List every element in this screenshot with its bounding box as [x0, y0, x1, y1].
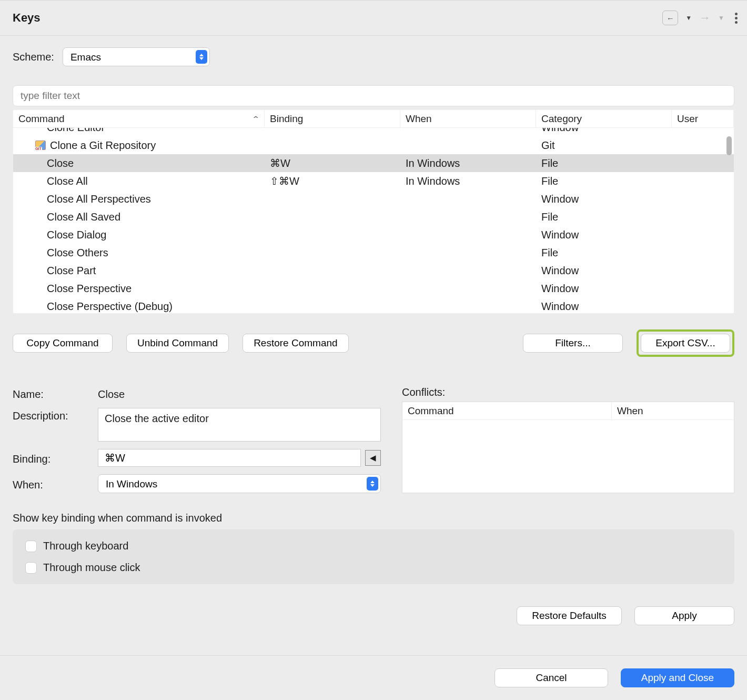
cell-command: Close All Saved	[13, 211, 265, 223]
table-row[interactable]: Close⌘WIn WindowsFile	[13, 154, 734, 172]
export-csv-highlight: Export CSV...	[637, 329, 734, 357]
cell-command: Close Perspective (Debug)	[13, 301, 265, 313]
cell-command: Close All Perspectives	[13, 193, 265, 205]
cell-command: Close Perspective	[13, 283, 265, 295]
table-row[interactable]: Close OthersFile	[13, 244, 734, 262]
apply-button[interactable]: Apply	[634, 606, 734, 625]
cell-category: Window	[536, 283, 672, 295]
cell-category: File	[536, 157, 672, 169]
select-handle-icon	[196, 50, 207, 64]
filters-button[interactable]: Filters...	[523, 334, 623, 353]
scheme-label: Scheme:	[13, 51, 54, 63]
table-row[interactable]: Close DialogWindow	[13, 226, 734, 244]
cell-command: Clone a Git Repository	[13, 139, 265, 152]
header-bar: Keys ← ▼ → ▼	[0, 0, 747, 36]
page-title: Keys	[13, 11, 41, 25]
cell-category: Window	[536, 128, 672, 134]
unbind-command-button[interactable]: Unbind Command	[126, 334, 229, 353]
table-row[interactable]: Clone EditorWindow	[13, 128, 734, 136]
table-row[interactable]: Clone a Git RepositoryGit	[13, 136, 734, 154]
col-when[interactable]: When	[400, 110, 536, 127]
checkbox-icon	[25, 541, 37, 552]
nav-forward-caret-icon: ▼	[718, 14, 724, 22]
select-handle-icon	[367, 477, 378, 491]
table-row[interactable]: Close PartWindow	[13, 262, 734, 279]
nav-back-button[interactable]: ←	[662, 11, 678, 25]
table-row[interactable]: Close PerspectiveWindow	[13, 279, 734, 297]
binding-record-button[interactable]: ◀	[365, 450, 381, 466]
nav-forward-button: →	[699, 11, 711, 25]
conflicts-col-when[interactable]: When	[612, 402, 734, 419]
cell-category: Git	[536, 139, 672, 152]
col-command[interactable]: Command	[13, 110, 265, 127]
cell-category: File	[536, 247, 672, 259]
conflicts-label: Conflicts:	[402, 386, 734, 398]
conflicts-table: Command When	[402, 402, 734, 493]
filter-input[interactable]	[13, 85, 734, 106]
cell-category: Window	[536, 229, 672, 241]
restore-command-button[interactable]: Restore Command	[243, 334, 348, 353]
apply-and-close-button[interactable]: Apply and Close	[621, 668, 734, 687]
cell-category: Window	[536, 301, 672, 313]
cell-category: File	[536, 175, 672, 187]
when-label: When:	[13, 477, 92, 491]
cell-binding: ⇧⌘W	[265, 175, 400, 187]
checkbox-icon	[25, 562, 37, 574]
when-select[interactable]: In Windows	[98, 474, 381, 493]
export-csv-button[interactable]: Export CSV...	[641, 334, 730, 353]
cell-when: In Windows	[400, 175, 536, 187]
cell-command: Clone Editor	[13, 128, 265, 134]
cell-command: Close All	[13, 175, 265, 187]
through-keyboard-checkbox[interactable]: Through keyboard	[25, 540, 722, 552]
cell-when: In Windows	[400, 157, 536, 169]
show-binding-label: Show key binding when command is invoked	[13, 512, 734, 524]
cell-command: Close Part	[13, 265, 265, 277]
cell-command: Close Others	[13, 247, 265, 259]
nav-back-caret-icon[interactable]: ▼	[685, 14, 692, 22]
table-row[interactable]: Close All SavedFile	[13, 208, 734, 226]
copy-command-button[interactable]: Copy Command	[13, 334, 113, 353]
cell-binding: ⌘W	[265, 157, 400, 169]
through-keyboard-label: Through keyboard	[43, 540, 128, 552]
cell-command: Close Dialog	[13, 229, 265, 241]
kebab-menu-icon[interactable]	[735, 13, 738, 24]
binding-input[interactable]	[98, 449, 361, 467]
show-binding-group: Through keyboard Through mouse click	[13, 529, 734, 584]
table-row[interactable]: Close All⇧⌘WIn WindowsFile	[13, 172, 734, 190]
col-binding[interactable]: Binding	[265, 110, 400, 127]
binding-label: Binding:	[13, 451, 92, 465]
conflicts-col-command[interactable]: Command	[402, 402, 612, 419]
git-icon	[35, 141, 46, 150]
description-label: Description:	[13, 408, 92, 422]
name-value: Close	[98, 386, 381, 401]
description-field[interactable]: Close the active editor	[98, 408, 381, 442]
restore-defaults-button[interactable]: Restore Defaults	[517, 606, 622, 625]
table-row[interactable]: Close All PerspectivesWindow	[13, 190, 734, 208]
cell-command: Close	[13, 157, 265, 169]
through-mouse-checkbox[interactable]: Through mouse click	[25, 562, 722, 574]
through-mouse-label: Through mouse click	[43, 562, 140, 574]
header-tools: ← ▼ → ▼	[662, 11, 738, 25]
table-row[interactable]: Close Perspective (Debug)Window	[13, 297, 734, 313]
table-header: Command Binding When Category User	[13, 110, 734, 128]
col-user[interactable]: User	[672, 110, 734, 127]
cell-category: Window	[536, 265, 672, 277]
cell-category: Window	[536, 193, 672, 205]
scheme-select[interactable]: Emacs	[63, 47, 210, 66]
command-table: Command Binding When Category User Clone…	[13, 109, 734, 314]
name-label: Name:	[13, 386, 92, 401]
cell-category: File	[536, 211, 672, 223]
cancel-button[interactable]: Cancel	[494, 668, 608, 687]
table-scrollbar[interactable]	[726, 136, 732, 155]
col-category[interactable]: Category	[536, 110, 672, 127]
